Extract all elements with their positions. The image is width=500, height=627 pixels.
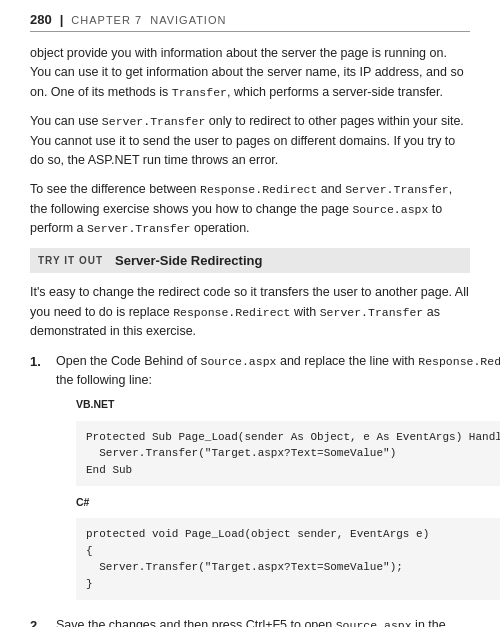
page-number: 280	[30, 12, 52, 27]
paragraph-3: To see the difference between Response.R…	[30, 180, 470, 238]
step-1: 1. Open the Code Behind of Source.aspx a…	[30, 352, 470, 609]
paragraph-1: object provide you with information abou…	[30, 44, 470, 102]
try-it-label: TRY IT OUT	[38, 255, 103, 266]
section-intro: It's easy to change the redirect code so…	[30, 283, 470, 341]
inline-code-source-aspx: Source.aspx	[352, 203, 428, 216]
step-1-number: 1.	[30, 352, 50, 609]
inline-code-source2: Source.aspx	[336, 619, 412, 627]
step-2-number: 2.	[30, 616, 50, 627]
inline-code-source: Source.aspx	[201, 355, 277, 368]
step-1-content: Open the Code Behind of Source.aspx and …	[56, 352, 500, 609]
separator: |	[60, 12, 64, 27]
csharp-label: C#	[76, 494, 500, 510]
inline-code-server-transfer: Server.Transfer	[345, 183, 449, 196]
inline-code-rr: Response.Redirect	[173, 306, 290, 319]
csharp-code-block: protected void Page_Load(object sender, …	[76, 518, 500, 600]
inline-code-response-redirect: Response.Redirect	[200, 183, 317, 196]
inline-code-transfer: Transfer	[172, 86, 227, 99]
step-2-content: Save the changes and then press Ctrl+F5 …	[56, 616, 470, 627]
step-2: 2. Save the changes and then press Ctrl+…	[30, 616, 470, 627]
page-header: 280 | CHAPTER 7 NAVIGATION	[30, 12, 470, 32]
vbnet-code-block: Protected Sub Page_Load(sender As Object…	[76, 421, 500, 487]
inline-code-server-transfer2: Server.Transfer	[87, 222, 191, 235]
inline-code-servertransfer: Server.Transfer	[102, 115, 206, 128]
chapter-label: CHAPTER 7 NAVIGATION	[71, 14, 226, 26]
inline-code-rr2: Response.Redirect	[418, 355, 500, 368]
inline-code-st: Server.Transfer	[320, 306, 424, 319]
page-container: 280 | CHAPTER 7 NAVIGATION object provid…	[0, 0, 500, 627]
vbnet-label: VB.NET	[76, 396, 500, 412]
try-it-out-box: TRY IT OUT Server-Side Redirecting	[30, 248, 470, 273]
try-it-title: Server-Side Redirecting	[115, 253, 262, 268]
paragraph-2: You can use Server.Transfer only to redi…	[30, 112, 470, 170]
